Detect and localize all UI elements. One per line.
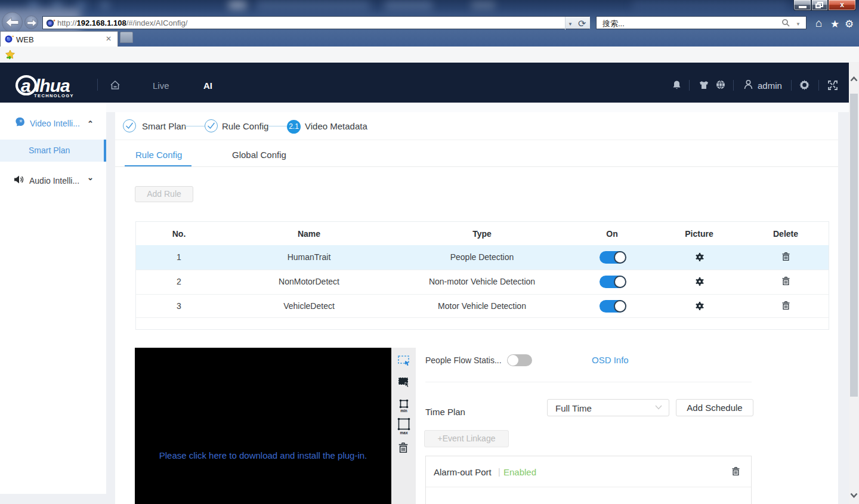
svg-text:TECHNOLOGY: TECHNOLOGY (34, 93, 74, 98)
svg-text:a: a (21, 76, 31, 95)
svg-text:min: min (400, 409, 407, 413)
svg-text:max: max (400, 431, 407, 435)
